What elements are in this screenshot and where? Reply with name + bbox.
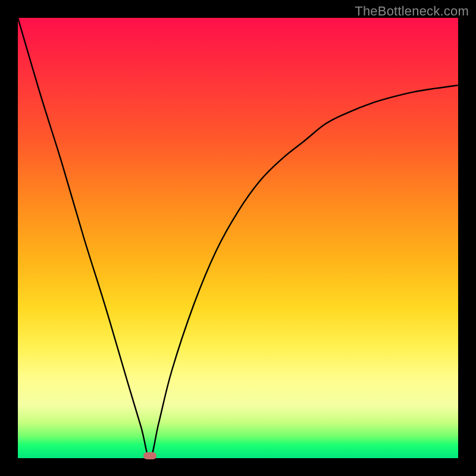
plot-area	[18, 18, 458, 458]
watermark-text: TheBottleneck.com	[355, 4, 469, 19]
optimal-point-marker	[143, 452, 156, 459]
bottleneck-curve	[18, 18, 458, 458]
chart-frame: TheBottleneck.com	[0, 0, 476, 476]
curve-svg	[18, 18, 458, 458]
